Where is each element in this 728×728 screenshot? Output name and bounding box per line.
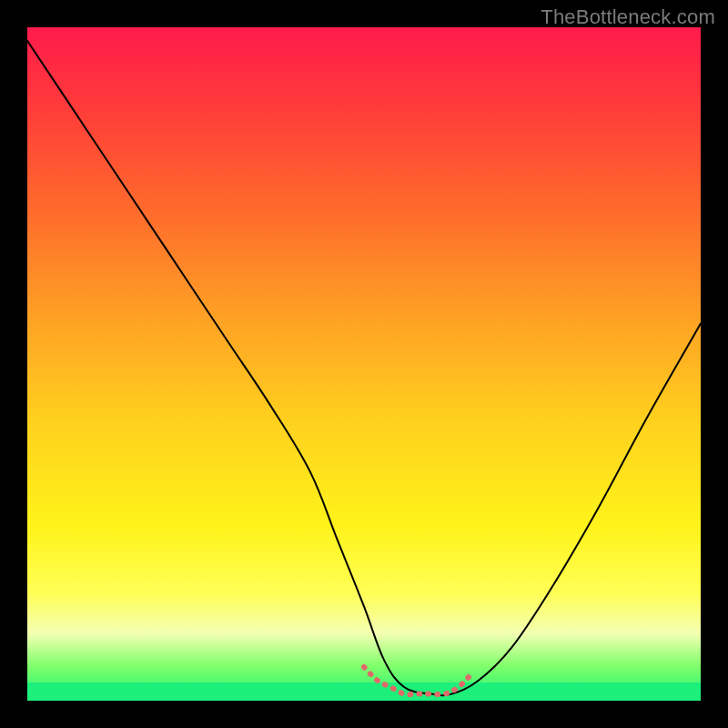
chart-frame: TheBottleneck.com [0, 0, 728, 728]
optimal-range-marker [364, 667, 471, 694]
curve-svg [27, 27, 701, 701]
bottleneck-curve [27, 41, 701, 695]
watermark-text: TheBottleneck.com [541, 5, 715, 29]
plot-area [27, 27, 701, 701]
